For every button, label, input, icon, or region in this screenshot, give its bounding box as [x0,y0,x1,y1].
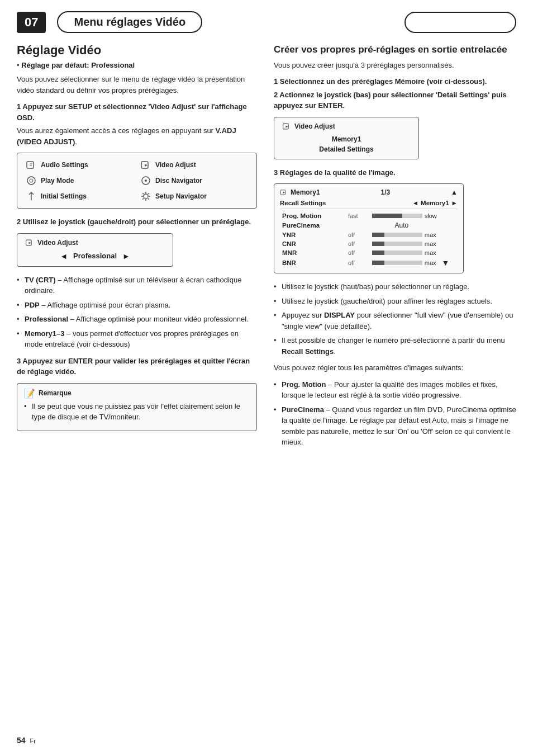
cnr-label: CNR [280,239,346,248]
ynr-label: YNR [280,230,346,239]
memory-row-purecinema: PureCinema Auto [280,220,458,230]
svg-point-9 [144,194,148,199]
recall-value: Memory1 [421,200,449,206]
play-mode-label: Play Mode [41,177,74,185]
prog-motion-label: Prog. Motion [280,211,346,220]
bullet-item-tv: TV (CRT) – Affichage optimisé sur un tél… [17,275,257,296]
initial-settings-label: Initial Settings [41,192,87,200]
va-right-panel: Video Adjust Memory1 Detailed Settings [274,117,419,159]
mnr-off: off [346,248,370,257]
memory-row-bnr: BNR off max ▼ [280,257,458,268]
recall-arrow-left: ◄ [412,200,418,206]
audio-settings-label: Audio Settings [41,161,88,169]
right-bullet-1: Utilisez le joystick (haut/bas) pour sél… [274,281,516,292]
recall-row: Recall Settings ◄ Memory1 ► [280,199,458,209]
ynr-off: off [346,230,370,239]
osd-item-audio: Audio Settings [25,159,134,171]
playmode-icon [25,174,37,187]
step3-heading: 3 Appuyez sur ENTER pour valider les pré… [17,356,257,377]
default-value: Professional [91,61,135,69]
disc-navigator-label: Disc Navigator [155,177,202,185]
mnr-bar: max [370,248,458,257]
memory-row-cnr: CNR off max [280,239,458,248]
svg-marker-13 [285,125,288,127]
vadj-bold: V.ADJ (VIDEO ADJUST) [17,126,236,146]
step1-heading: 1 Appuyez sur SETUP et sélectionnez 'Vid… [17,101,257,123]
svg-point-6 [30,179,33,182]
step2-heading: 2 Utilisez le joystick (gauche/droit) po… [17,216,257,228]
svg-rect-14 [280,190,285,195]
arrow-left-icon: ◄ [60,252,68,261]
video-icon [140,159,152,171]
right-bullet-2: Utilisez le joystick (gauche/droit) pour… [274,296,516,307]
bnr-off: off [346,257,370,268]
right-step1-heading: 1 Sélectionnez un des préréglages Mémoir… [274,76,516,87]
right-step2-heading: 2 Actionnez le joystick (bas) pour sélec… [274,89,516,111]
param-item-prog: Prog. Motion – Pour ajuster la qualité d… [274,379,516,401]
va-panel-title-text: Video Adjust [37,239,78,247]
content: Réglage Vidéo • Réglage par défaut: Prof… [17,43,516,453]
bullet-item-pdp: PDP – Affichage optimisé pour écran plas… [17,300,257,311]
audio-icon [25,159,37,171]
memory-panel-title: Memory1 [280,188,320,196]
svg-marker-15 [283,192,285,194]
intro-text-right: Vous pouvez créer jusqu'à 3 préréglages … [274,60,516,71]
memory-panel-page: 1/3 [381,188,391,196]
memory-row-prog: Prog. Motion fast slow [280,211,458,220]
language-label: Fr [30,738,36,744]
right-bullet-3: Appuyez sur DISPLAY pour sélectionner "f… [274,310,516,332]
va-panel-title: Video Adjust [25,238,165,247]
note-title-text: Remarque [39,389,72,397]
memory-panel-header: Memory1 1/3 ▲ [280,188,458,196]
step1-body: Vous aurez également accès à ces réglage… [17,125,257,147]
default-prefix: Réglage par défaut: [21,61,91,69]
down-arrow-icon: ▼ [442,258,450,267]
param-intro: Vous pouvez régler tous les paramètres d… [274,362,516,374]
preset-bullet-list: TV (CRT) – Affichage optimisé sur un tél… [17,275,257,350]
section-title-right: Créer vos propres pré-réglages en sortie… [274,43,516,56]
memory-panel-name: Memory1 [291,188,320,196]
va-panel-value: Professional [73,252,117,260]
setup-icon [140,190,152,202]
intro-text-left: Vous pouvez sélectionner sur le menu de … [17,74,257,96]
note-title: 📝 Remarque [24,388,250,399]
svg-point-8 [145,179,147,182]
va-right-memory1: Memory1 [282,134,411,144]
va-right-title: Video Adjust [282,122,411,131]
recall-label: Recall Settings [280,200,326,206]
svg-marker-11 [28,242,31,244]
ynr-bar: max [370,230,458,239]
recall-arrow-right: ► [451,200,458,206]
va-panel: Video Adjust ◄ Professional ► [17,233,173,267]
right-bullet-list: Utilisez le joystick (haut/bas) pour sél… [274,281,516,357]
osd-item-video: Video Adjust [140,159,249,171]
initial-icon [25,190,37,202]
svg-point-5 [27,177,35,185]
svg-marker-4 [145,164,147,167]
chapter-title: Menu réglages Vidéo [57,11,202,33]
memory-panel-up-icon: ▲ [451,188,458,196]
note-item-1: Il se peut que vous ne puissiez pas voir… [24,401,250,423]
osd-menu: Audio Settings Video Adjust Play Mode [17,153,257,209]
chapter-number: 07 [17,12,46,33]
memory-row-mnr: MNR off max [280,248,458,257]
bnr-bar: max ▼ [370,257,458,268]
page: 07 Menu réglages Vidéo Réglage Vidéo • R… [0,0,533,756]
header-right-box [404,12,516,33]
cnr-bar: max [370,239,458,248]
osd-item-playmode: Play Mode [25,174,134,187]
svg-rect-0 [27,162,34,168]
section-title-left: Réglage Vidéo [17,43,257,58]
va-right-title-text: Video Adjust [294,122,335,130]
setup-navigator-label: Setup Navigator [155,192,207,200]
right-bullet-4: Il est possible de changer le numéro pré… [274,335,516,357]
disc-icon [140,174,152,187]
note-box: 📝 Remarque Il se peut que vous ne puissi… [17,383,257,431]
footer: 54 Fr [17,736,36,745]
right-step3-heading: 3 Réglages de la qualité de l'image. [274,167,516,178]
memory-table: Prog. Motion fast slow PureCinema [280,211,458,268]
osd-item-setup: Setup Navigator [140,190,249,202]
bnr-label: BNR [280,257,346,268]
memory-row-ynr: YNR off max [280,230,458,239]
mnr-label: MNR [280,248,346,257]
